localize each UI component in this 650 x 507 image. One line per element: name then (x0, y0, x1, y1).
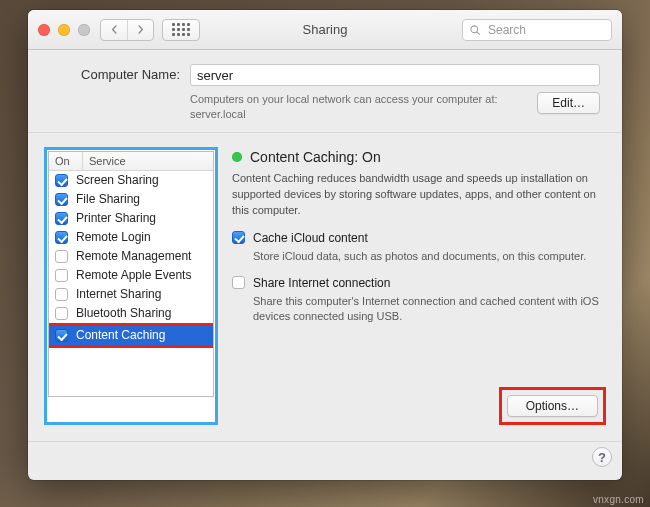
bottom-bar: ? (28, 441, 622, 473)
service-checkbox[interactable] (55, 250, 68, 263)
options-button[interactable]: Options… (507, 395, 598, 417)
column-on: On (49, 152, 83, 170)
service-name: Content Caching (76, 328, 165, 342)
service-list-highlight: On Service Screen SharingFile SharingPri… (44, 147, 218, 425)
service-name: Remote Login (76, 230, 151, 244)
help-button[interactable]: ? (592, 447, 612, 467)
close-icon[interactable] (38, 24, 50, 36)
computer-name-hint: Computers on your local network can acce… (190, 92, 525, 107)
service-checkbox[interactable] (55, 329, 68, 342)
computer-local-hostname: server.local (190, 107, 525, 122)
computer-name-label: Computer Name: (50, 64, 180, 82)
service-list[interactable]: On Service Screen SharingFile SharingPri… (48, 151, 214, 397)
edit-button[interactable]: Edit… (537, 92, 600, 114)
service-status: Content Caching: On (232, 149, 606, 165)
grid-icon (172, 23, 190, 36)
chevron-left-icon (110, 25, 119, 34)
search-input[interactable] (486, 22, 605, 38)
cache-icloud-label: Cache iCloud content (253, 231, 368, 245)
service-row[interactable]: Screen Sharing (49, 171, 213, 190)
service-row[interactable]: Remote Apple Events (49, 266, 213, 285)
service-row[interactable]: Bluetooth Sharing (49, 304, 213, 323)
back-button[interactable] (101, 20, 127, 40)
main-content: On Service Screen SharingFile SharingPri… (28, 133, 622, 441)
svg-line-1 (477, 31, 480, 34)
share-internet-option[interactable]: Share Internet connection (232, 276, 606, 290)
share-internet-sub: Share this computer's Internet connectio… (253, 294, 606, 325)
service-name: Internet Sharing (76, 287, 161, 301)
computer-name-input[interactable] (190, 64, 600, 86)
forward-button[interactable] (127, 20, 153, 40)
service-row[interactable]: Remote Management (49, 247, 213, 266)
status-text: Content Caching: On (250, 149, 381, 165)
service-list-header: On Service (49, 152, 213, 171)
service-name: Remote Management (76, 249, 191, 263)
service-checkbox[interactable] (55, 231, 68, 244)
service-checkbox[interactable] (55, 212, 68, 225)
service-name: Remote Apple Events (76, 268, 191, 282)
share-internet-label: Share Internet connection (253, 276, 390, 290)
service-checkbox[interactable] (55, 288, 68, 301)
service-checkbox[interactable] (55, 174, 68, 187)
service-row[interactable]: Remote Login (49, 228, 213, 247)
service-row[interactable]: Printer Sharing (49, 209, 213, 228)
column-service: Service (83, 152, 213, 170)
share-internet-checkbox[interactable] (232, 276, 245, 289)
search-field[interactable] (462, 19, 612, 41)
zoom-icon[interactable] (78, 24, 90, 36)
options-button-highlight: Options… (499, 387, 606, 425)
chevron-right-icon (136, 25, 145, 34)
service-name: File Sharing (76, 192, 140, 206)
service-description: Content Caching reduces bandwidth usage … (232, 171, 606, 219)
titlebar: Sharing (28, 10, 622, 50)
cache-icloud-sub: Store iCloud data, such as photos and do… (253, 249, 606, 264)
service-name: Screen Sharing (76, 173, 159, 187)
show-all-button[interactable] (162, 19, 200, 41)
service-name: Printer Sharing (76, 211, 156, 225)
service-row[interactable]: Internet Sharing (49, 285, 213, 304)
nav-segment (100, 19, 154, 41)
cache-icloud-option[interactable]: Cache iCloud content (232, 231, 606, 245)
service-row[interactable]: File Sharing (49, 190, 213, 209)
service-checkbox[interactable] (55, 193, 68, 206)
preferences-window: Sharing Computer Name: Computers on your… (28, 10, 622, 480)
computer-name-section: Computer Name: Computers on your local n… (28, 50, 622, 133)
window-controls (38, 24, 90, 36)
status-dot-icon (232, 152, 242, 162)
watermark: vnxgn.com (593, 494, 644, 505)
detail-pane: Content Caching: On Content Caching redu… (232, 147, 606, 425)
service-row[interactable]: Content Caching (49, 326, 213, 345)
cache-icloud-checkbox[interactable] (232, 231, 245, 244)
service-checkbox[interactable] (55, 269, 68, 282)
minimize-icon[interactable] (58, 24, 70, 36)
service-row-highlight: Content Caching (48, 323, 214, 348)
service-checkbox[interactable] (55, 307, 68, 320)
service-name: Bluetooth Sharing (76, 306, 171, 320)
search-icon (469, 24, 481, 36)
